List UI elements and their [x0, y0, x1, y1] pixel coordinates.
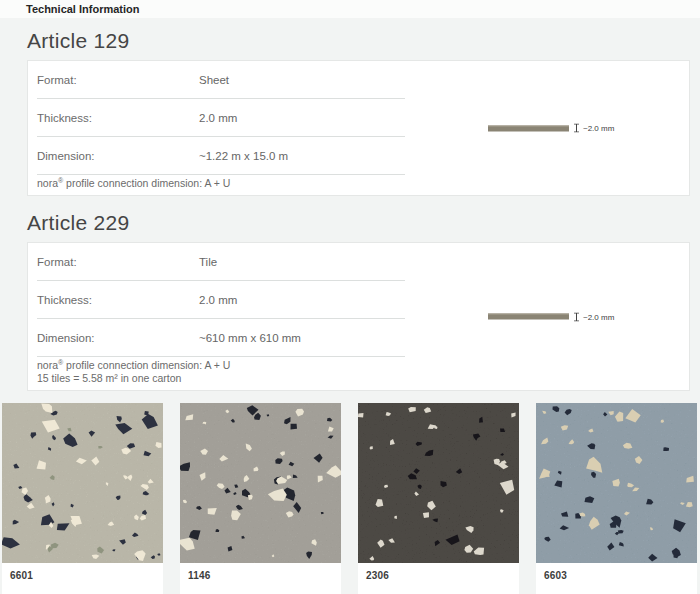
profile-connection-note: nora® profile connection dimension: A + …: [28, 357, 689, 390]
color-swatch-strip: 6601 1146 2306 6603: [2, 403, 700, 594]
swatch-card-6603[interactable]: 6603: [536, 403, 697, 594]
thickness-diagram-label: ~2.0 mm: [583, 312, 614, 321]
table-row-dimension: Dimension: ~1.22 m x 15.0 m: [28, 137, 689, 174]
table-row-format: Format: Tile: [28, 243, 689, 280]
swatch-card-2306[interactable]: 2306: [358, 403, 519, 594]
thickness-measure-icon: [573, 312, 580, 321]
row-value: ~1.22 m x 15.0 m: [199, 150, 288, 162]
carton-note: 15 tiles = 5.58 m² in one carton: [37, 372, 680, 385]
thickness-diagram: ~2.0 mm: [488, 312, 614, 321]
article-129-card: Format: Sheet Thickness: 2.0 mm Dimensio…: [27, 60, 690, 196]
row-value: 2.0 mm: [199, 112, 237, 124]
row-value: Sheet: [199, 74, 229, 86]
section-title: Technical Information: [26, 3, 139, 15]
thickness-diagram-label: ~2.0 mm: [583, 124, 614, 133]
row-value: Tile: [199, 256, 217, 268]
row-label: Dimension:: [37, 150, 199, 162]
row-label: Format:: [37, 256, 199, 268]
row-label: Thickness:: [37, 112, 199, 124]
row-label: Thickness:: [37, 294, 199, 306]
swatch-image-1146[interactable]: [180, 403, 341, 563]
swatch-card-6601[interactable]: 6601: [2, 403, 163, 594]
note-text: profile connection dimension: A + U: [63, 177, 230, 189]
swatch-image-6601[interactable]: [2, 403, 163, 563]
swatch-code-label: 6601: [2, 563, 163, 581]
row-value: 2.0 mm: [199, 294, 237, 306]
article-129-heading: Article 129: [27, 29, 700, 52]
thickness-diagram: ~2.0 mm: [488, 124, 614, 133]
row-label: Dimension:: [37, 332, 199, 344]
article-229-heading: Article 229: [27, 211, 700, 234]
row-label: Format:: [37, 74, 199, 86]
article-229-card: Format: Tile Thickness: 2.0 mm Dimension…: [27, 242, 690, 391]
note-text: profile connection dimension: A + U: [63, 359, 230, 371]
profile-connection-note: nora® profile connection dimension: A + …: [28, 175, 689, 195]
thickness-measure-icon: [573, 124, 580, 133]
swatch-image-2306[interactable]: [358, 403, 519, 563]
thickness-bar-graphic: [488, 125, 569, 131]
swatch-code-label: 2306: [358, 563, 519, 581]
row-value: ~610 mm x 610 mm: [199, 332, 301, 344]
swatch-code-label: 1146: [180, 563, 341, 581]
swatch-image-6603[interactable]: [536, 403, 697, 563]
table-row-dimension: Dimension: ~610 mm x 610 mm: [28, 319, 689, 356]
table-row-format: Format: Sheet: [28, 61, 689, 98]
brand-name: nora: [37, 359, 58, 371]
swatch-card-1146[interactable]: 1146: [180, 403, 341, 594]
brand-name: nora: [37, 177, 58, 189]
thickness-bar-graphic: [488, 314, 569, 320]
section-header: Technical Information: [0, 0, 700, 18]
swatch-code-label: 6603: [536, 563, 697, 581]
